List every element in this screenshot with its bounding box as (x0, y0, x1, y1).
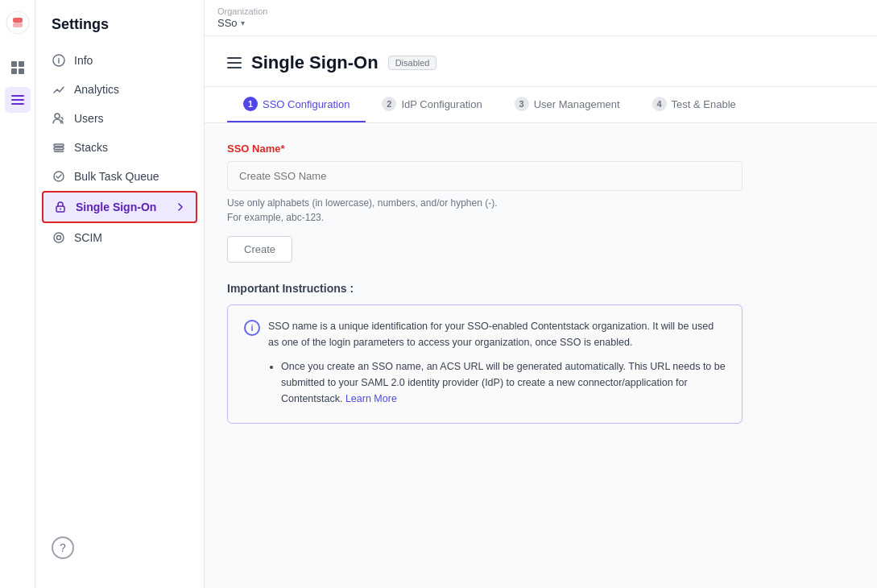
tab-idp-configuration[interactable]: 2 IdP Configuration (366, 87, 498, 122)
page-title: Single Sign-On (251, 52, 379, 73)
svg-point-12 (60, 209, 61, 210)
svg-rect-7 (54, 144, 64, 147)
sidebar-item-stacks[interactable]: Stacks (35, 133, 204, 162)
help-button[interactable]: ? (52, 536, 74, 559)
svg-point-6 (55, 114, 60, 118)
sidebar-item-bulk-task-queue[interactable]: Bulk Task Queue (35, 162, 204, 191)
tab-label-1: SSO Configuration (263, 98, 350, 110)
instructions-text: SSO name is a unique identification for … (268, 318, 726, 410)
page-header: Single Sign-On Disabled (205, 36, 877, 87)
sso-name-label: SSO Name* (227, 143, 854, 155)
sidebar-item-users-label: Users (74, 112, 104, 125)
rail-settings-icon[interactable] (5, 87, 31, 113)
sidebar-item-sso-label: Single Sign-On (76, 201, 156, 213)
svg-rect-1 (11, 61, 17, 67)
org-selector[interactable]: Organization SSo ▾ (217, 6, 267, 29)
app-logo[interactable] (5, 10, 31, 35)
svg-rect-8 (54, 147, 64, 150)
svg-rect-9 (54, 151, 64, 152)
icon-rail (0, 0, 35, 588)
rail-grid-icon[interactable] (5, 55, 31, 81)
info-circle-icon: i (244, 320, 260, 336)
sidebar-item-single-sign-on[interactable]: Single Sign-On (42, 191, 197, 223)
chevron-right-icon (175, 201, 186, 213)
svg-rect-4 (19, 68, 24, 74)
main-content: Organization SSo ▾ Single Sign-On Disabl… (205, 0, 877, 588)
sidebar-item-info-label: Info (74, 54, 93, 67)
sso-name-input[interactable] (227, 161, 743, 191)
tabs: 1 SSO Configuration 2 IdP Configuration … (205, 87, 877, 123)
sidebar-item-stacks-label: Stacks (74, 141, 108, 154)
users-icon (52, 111, 66, 126)
tab-test-enable[interactable]: 4 Test & Enable (636, 87, 752, 122)
svg-rect-2 (19, 61, 24, 67)
sidebar-title: Settings (35, 16, 204, 46)
tab-sso-configuration[interactable]: 1 SSO Configuration (227, 87, 366, 122)
sidebar-bottom: ? (35, 524, 204, 572)
instructions-box: i SSO name is a unique identification fo… (227, 304, 743, 424)
sidebar-item-info[interactable]: Info (35, 46, 204, 75)
tab-label-4: Test & Enable (672, 98, 736, 110)
svg-point-13 (54, 233, 64, 242)
status-badge: Disabled (388, 56, 437, 70)
bulk-icon (52, 169, 66, 184)
sidebar-item-analytics-label: Analytics (74, 83, 119, 96)
tab-num-1: 1 (243, 97, 258, 111)
stacks-icon (52, 140, 66, 155)
svg-point-14 (57, 236, 61, 240)
org-label: Organization (217, 6, 267, 16)
tab-num-2: 2 (382, 97, 396, 111)
scim-icon (52, 230, 66, 245)
tab-label-3: User Management (534, 98, 620, 110)
instructions-title: Important Instructions : (227, 282, 854, 295)
sidebar-item-bulk-label: Bulk Task Queue (74, 170, 159, 183)
svg-rect-3 (11, 68, 17, 74)
learn-more-link[interactable]: Learn More (345, 393, 397, 404)
content-area: SSO Name* Use only alphabets (in lowerca… (205, 123, 877, 588)
lock-icon (53, 200, 68, 214)
sidebar: Settings Info Analytics Users (35, 0, 205, 588)
topbar: Organization SSo ▾ (205, 0, 877, 36)
sso-name-hint: Use only alphabets (in lowercase), numbe… (227, 196, 854, 225)
tab-label-2: IdP Configuration (401, 98, 482, 110)
tab-user-management[interactable]: 3 User Management (498, 87, 636, 122)
sidebar-item-users[interactable]: Users (35, 104, 204, 133)
sidebar-item-scim-label: SCIM (74, 231, 102, 244)
tab-num-3: 3 (515, 97, 529, 111)
create-button[interactable]: Create (227, 236, 292, 263)
sidebar-item-analytics[interactable]: Analytics (35, 75, 204, 104)
hamburger-icon (227, 57, 242, 68)
analytics-icon (52, 82, 66, 97)
org-name: SSo (217, 17, 238, 29)
info-icon (52, 53, 66, 68)
dropdown-arrow-icon: ▾ (241, 19, 245, 27)
tab-num-4: 4 (652, 97, 667, 111)
sidebar-item-scim[interactable]: SCIM (35, 223, 204, 252)
